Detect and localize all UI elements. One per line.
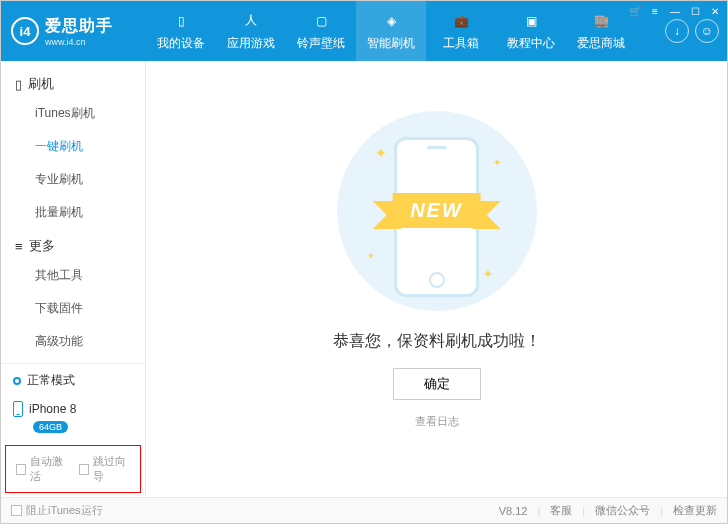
- ribbon: NEW: [392, 193, 481, 228]
- flash-icon: ◈: [381, 11, 401, 31]
- footer-link-wechat[interactable]: 微信公众号: [595, 503, 650, 518]
- sparkle-icon: ✦: [367, 251, 375, 261]
- image-icon: ▢: [311, 11, 331, 31]
- apps-icon: 人: [241, 11, 261, 31]
- tab-label: 我的设备: [157, 35, 205, 52]
- tab-ringtones[interactable]: ▢ 铃声壁纸: [286, 1, 356, 61]
- sidebar-item-itunes-flash[interactable]: iTunes刷机: [1, 97, 145, 130]
- checkbox-icon: [79, 464, 89, 475]
- group-title: 刷机: [28, 75, 54, 93]
- sidebar-group-more: ≡ 更多: [1, 229, 145, 259]
- tab-tutorials[interactable]: ▣ 教程中心: [496, 1, 566, 61]
- user-button[interactable]: ☺: [695, 19, 719, 43]
- device-name: iPhone 8: [29, 402, 76, 416]
- book-icon: ▣: [521, 11, 541, 31]
- storage-badge: 64GB: [33, 421, 68, 433]
- tab-label: 教程中心: [507, 35, 555, 52]
- view-log-link[interactable]: 查看日志: [415, 414, 459, 429]
- maximize-button[interactable]: ☐: [689, 5, 701, 17]
- auto-activate-checkbox[interactable]: 自动激活: [16, 454, 67, 484]
- cart-icon[interactable]: 🛒: [629, 5, 641, 17]
- sidebar-item-other-tools[interactable]: 其他工具: [1, 259, 145, 292]
- block-itunes-checkbox[interactable]: 阻止iTunes运行: [11, 503, 103, 518]
- menu-icon[interactable]: ≡: [649, 5, 661, 17]
- device-icon: ▯: [15, 77, 22, 92]
- group-title: 更多: [29, 237, 55, 255]
- tab-label: 工具箱: [443, 35, 479, 52]
- status-row[interactable]: 正常模式: [1, 364, 145, 397]
- tab-my-device[interactable]: ▯ 我的设备: [146, 1, 216, 61]
- skip-guide-checkbox[interactable]: 跳过向导: [79, 454, 130, 484]
- menu-icon: ≡: [15, 239, 23, 254]
- brand-domain: www.i4.cn: [45, 37, 113, 47]
- tab-toolbox[interactable]: 💼 工具箱: [426, 1, 496, 61]
- confirm-button[interactable]: 确定: [393, 368, 481, 400]
- footer-link-update[interactable]: 检查更新: [673, 503, 717, 518]
- close-button[interactable]: ✕: [709, 5, 721, 17]
- tab-store[interactable]: 🏬 爱思商城: [566, 1, 636, 61]
- success-illustration: ✦ ✦ ✦ ✦ NEW: [337, 111, 537, 311]
- tab-flash[interactable]: ◈ 智能刷机: [356, 1, 426, 61]
- highlighted-options: 自动激活 跳过向导: [5, 445, 141, 493]
- phone-icon: [13, 401, 23, 417]
- checkbox-label: 自动激活: [30, 454, 67, 484]
- tab-apps[interactable]: 人 应用游戏: [216, 1, 286, 61]
- toolbox-icon: 💼: [451, 11, 471, 31]
- checkbox-icon: [16, 464, 26, 475]
- sidebar-item-advanced[interactable]: 高级功能: [1, 325, 145, 358]
- sidebar-item-download-firmware[interactable]: 下载固件: [1, 292, 145, 325]
- version-label: V8.12: [499, 505, 528, 517]
- phone-icon: ▯: [171, 11, 191, 31]
- ribbon-text: NEW: [392, 193, 481, 228]
- sidebar-item-batch-flash[interactable]: 批量刷机: [1, 196, 145, 229]
- tab-label: 铃声壁纸: [297, 35, 345, 52]
- logo-icon: i4: [11, 17, 39, 45]
- tab-label: 爱思商城: [577, 35, 625, 52]
- tab-label: 应用游戏: [227, 35, 275, 52]
- sparkle-icon: ✦: [483, 267, 493, 281]
- store-icon: 🏬: [591, 11, 611, 31]
- status-label: 正常模式: [27, 372, 75, 389]
- sidebar-item-oneclick-flash[interactable]: 一键刷机: [1, 130, 145, 163]
- checkbox-label: 阻止iTunes运行: [26, 503, 103, 518]
- sparkle-icon: ✦: [493, 157, 501, 168]
- checkbox-icon: [11, 505, 22, 516]
- logo-area: i4 爱思助手 www.i4.cn: [1, 16, 146, 47]
- brand-name: 爱思助手: [45, 16, 113, 37]
- tab-label: 智能刷机: [367, 35, 415, 52]
- status-dot-icon: [13, 377, 21, 385]
- footer-link-support[interactable]: 客服: [550, 503, 572, 518]
- minimize-button[interactable]: —: [669, 5, 681, 17]
- device-row[interactable]: iPhone 8 64GB: [1, 397, 145, 443]
- sidebar-item-pro-flash[interactable]: 专业刷机: [1, 163, 145, 196]
- sparkle-icon: ✦: [375, 145, 387, 161]
- success-message: 恭喜您，保资料刷机成功啦！: [333, 331, 541, 352]
- download-button[interactable]: ↓: [665, 19, 689, 43]
- checkbox-label: 跳过向导: [93, 454, 130, 484]
- sidebar-group-flash: ▯ 刷机: [1, 67, 145, 97]
